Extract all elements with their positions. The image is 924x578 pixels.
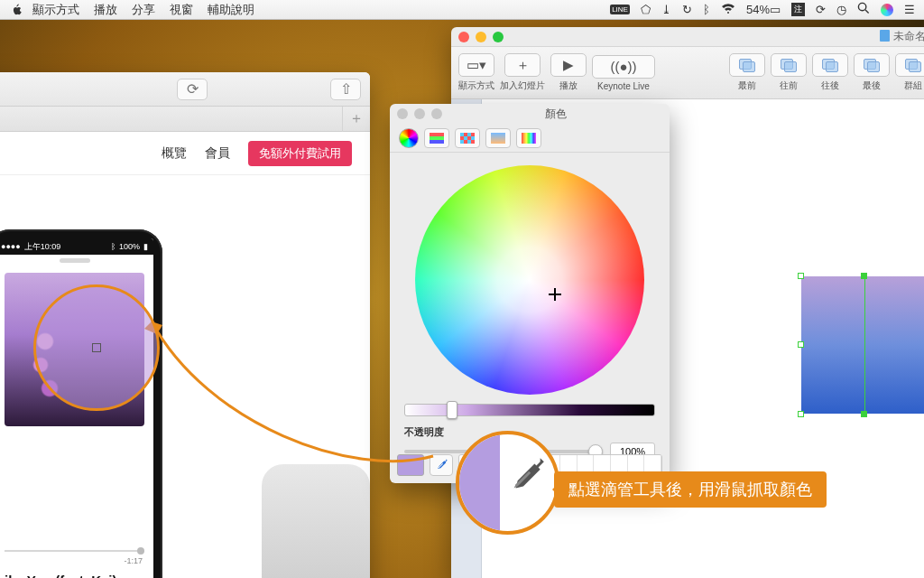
send-backward-button[interactable]: 往後 [812, 53, 848, 92]
document-title: 未命名 [510, 29, 924, 44]
eyedropper-large-icon [503, 454, 548, 499]
input-method-icon[interactable]: 注 [791, 3, 805, 16]
clock-icon[interactable]: ◷ [836, 3, 846, 16]
pencils-tab[interactable] [516, 128, 541, 148]
dropbox-icon[interactable]: ⬠ [641, 3, 651, 16]
menu-help[interactable]: 輔助說明 [208, 2, 254, 18]
color-cursor[interactable] [549, 288, 561, 301]
timemachine-icon[interactable]: ↻ [682, 3, 692, 16]
annotation-loupe-eyedropper [456, 431, 559, 535]
group-button[interactable]: 群組 [895, 53, 924, 92]
page-subnav: 概覽 會員 免額外付費試用 [0, 132, 370, 175]
bluetooth-icon[interactable]: ᛒ [703, 3, 710, 16]
current-color-swatch[interactable] [397, 454, 424, 476]
drag-handle-icon [60, 258, 90, 263]
new-tab-button[interactable]: ＋ [343, 109, 370, 128]
bring-forward-button[interactable]: 往前 [771, 53, 807, 92]
remaining-time: -1:17 [124, 556, 143, 565]
line-icon[interactable]: LINE [610, 5, 630, 14]
apple-logo-icon [11, 4, 23, 16]
eyedropper-icon [434, 458, 448, 472]
track-title: ike You (feat. Kai) [5, 573, 144, 578]
brightness-slider[interactable] [404, 404, 655, 416]
download-icon[interactable]: ⤓ [661, 3, 671, 16]
color-palettes-tab[interactable] [455, 128, 480, 148]
safari-toolbar: ⟳ ⇧ [0, 72, 370, 107]
notification-center-icon[interactable]: ☰ [904, 3, 915, 16]
selected-shape[interactable] [801, 276, 924, 414]
menu-play[interactable]: 播放 [94, 2, 117, 18]
scrubber [5, 550, 144, 552]
trial-button[interactable]: 免額外付費試用 [248, 141, 352, 166]
battery-indicator[interactable]: 54%▭ [746, 3, 781, 16]
browser-tab[interactable]: c - Apple (台灣) [0, 107, 343, 132]
watch-mockup [262, 464, 370, 578]
annotation-callout: 點選滴管工具後，用滑鼠抓取顏色 [554, 471, 827, 508]
menu-view[interactable]: 顯示方式 [32, 2, 79, 18]
eyedropper-button[interactable] [430, 454, 453, 476]
color-mode-tabs [390, 124, 670, 153]
sync-icon[interactable]: ⟳ [816, 3, 826, 16]
add-slide-button[interactable]: ＋加入幻燈片 [500, 53, 545, 92]
play-button[interactable]: ▶播放 [550, 53, 587, 92]
menu-share[interactable]: 分享 [132, 2, 155, 18]
svg-line-1 [865, 10, 869, 14]
color-sliders-tab[interactable] [424, 128, 449, 148]
menu-window[interactable]: 視窗 [170, 2, 193, 18]
keynote-toolbar: ▭▾顯示方式 ＋加入幻燈片 ▶播放 ((●))Keynote Live 最前 往… [451, 47, 924, 99]
iphone-status-bar: ●●●● 上午10:09 ᛒ 100% ▮ [0, 238, 153, 255]
view-mode-button[interactable]: ▭▾顯示方式 [458, 53, 494, 92]
nav-overview[interactable]: 概覽 [162, 145, 187, 162]
mac-menubar: 顯示方式 播放 分享 視窗 輔助說明 LINE ⬠ ⤓ ↻ ᛒ 54%▭ 注 ⟳… [0, 0, 924, 20]
svg-point-0 [858, 3, 865, 10]
bring-front-button[interactable]: 最前 [729, 53, 765, 92]
color-wheel-tab[interactable] [399, 128, 419, 148]
annotation-loupe-source [33, 284, 160, 411]
image-palettes-tab[interactable] [485, 128, 511, 148]
panel-title: 顏色 [448, 107, 662, 122]
window-controls[interactable] [458, 32, 504, 42]
keynote-live-button[interactable]: ((●))Keynote Live [592, 55, 655, 91]
reload-button[interactable]: ⟳ [177, 79, 208, 100]
panel-window-controls[interactable] [397, 108, 442, 119]
nav-member[interactable]: 會員 [205, 145, 230, 162]
search-icon[interactable] [857, 2, 870, 17]
color-picker-panel: 顏色 不透明度 100% [390, 104, 670, 483]
send-back-button[interactable]: 最後 [854, 53, 890, 92]
color-wheel[interactable] [415, 165, 644, 395]
wifi-icon[interactable] [721, 3, 735, 16]
siri-icon[interactable] [881, 4, 893, 16]
share-button[interactable]: ⇧ [330, 79, 361, 100]
